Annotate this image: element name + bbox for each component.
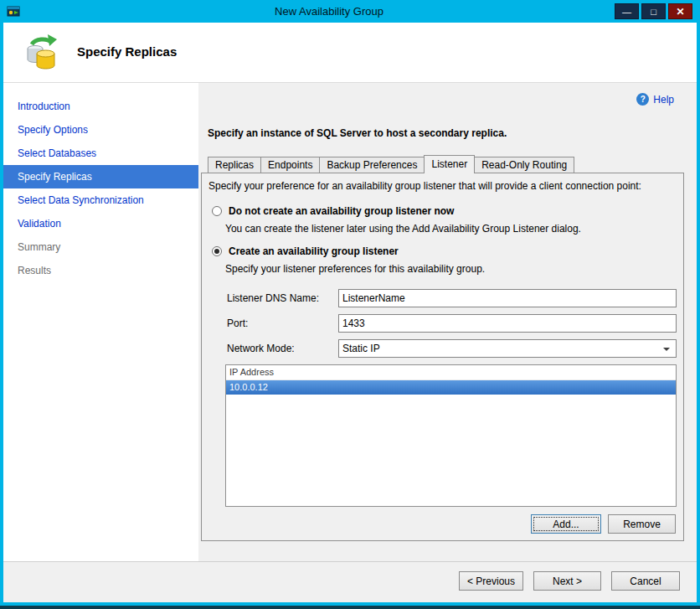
option-create-listener-label: Create an availability group listener <box>229 245 399 257</box>
sidebar-item-specify-replicas[interactable]: Specify Replicas <box>3 165 198 188</box>
titlebar[interactable]: New Availability Group — □ ✕ <box>0 0 700 23</box>
sidebar-item-select-data-synchronization[interactable]: Select Data Synchronization <box>3 188 198 212</box>
sidebar-item-introduction[interactable]: Introduction <box>3 95 198 118</box>
port-field[interactable] <box>338 314 677 333</box>
window-controls: — □ ✕ <box>615 3 692 19</box>
help-label: Help <box>653 94 674 106</box>
remove-button[interactable]: Remove <box>608 514 676 534</box>
port-label: Port: <box>227 317 248 329</box>
sidebar-item-results: Results <box>3 259 198 282</box>
close-icon[interactable]: ✕ <box>668 3 692 19</box>
dns-name-label: Listener DNS Name: <box>227 292 319 304</box>
tab-listener[interactable]: Listener <box>424 155 475 173</box>
dialog-body: Specify Replicas Introduction Specify Op… <box>3 23 697 602</box>
tab-endpoints[interactable]: Endpoints <box>260 157 320 173</box>
network-mode-dropdown[interactable]: Static IP <box>338 339 677 358</box>
radio-no-listener[interactable] <box>212 206 222 216</box>
radio-create-listener[interactable] <box>212 246 222 256</box>
tab-backup-preferences[interactable]: Backup Preferences <box>319 157 425 173</box>
availability-group-icon <box>22 33 64 76</box>
instruction-text: Specify an instance of SQL Server to hos… <box>208 127 507 139</box>
minimize-icon[interactable]: — <box>615 3 639 19</box>
ip-address-list[interactable]: IP Address 10.0.0.12 <box>225 364 677 507</box>
ip-address-row[interactable]: 10.0.0.12 <box>226 380 676 395</box>
page-title: Specify Replicas <box>77 44 177 59</box>
window-title: New Availability Group <box>50 0 608 23</box>
wizard-banner: Specify Replicas <box>3 23 697 83</box>
listener-tab-panel: Specify your preference for an availabil… <box>201 173 684 541</box>
sidebar-item-validation[interactable]: Validation <box>3 212 198 235</box>
cancel-button[interactable]: Cancel <box>611 571 680 591</box>
maximize-icon[interactable]: □ <box>641 3 666 19</box>
listener-intro-text: Specify your preference for an availabil… <box>208 180 678 192</box>
wizard-steps: Introduction Specify Options Select Data… <box>3 83 198 561</box>
option-create-listener-description: Specify your listener preferences for th… <box>225 263 485 275</box>
network-mode-value: Static IP <box>342 343 380 354</box>
next-button[interactable]: Next > <box>533 571 601 591</box>
help-icon: ? <box>636 93 649 106</box>
dialog-window: New Availability Group — □ ✕ Specify Rep… <box>0 0 700 609</box>
option-no-listener-description: You can create the listener later using … <box>225 223 581 235</box>
add-button[interactable]: Add... <box>531 514 601 534</box>
sidebar-item-select-databases[interactable]: Select Databases <box>3 142 198 165</box>
network-mode-label: Network Mode: <box>227 343 295 354</box>
tab-read-only-routing[interactable]: Read-Only Routing <box>474 157 574 173</box>
sidebar-item-specify-options[interactable]: Specify Options <box>3 118 198 142</box>
option-create-listener[interactable]: Create an availability group listener <box>212 245 399 257</box>
tab-replicas[interactable]: Replicas <box>208 157 261 173</box>
previous-button[interactable]: < Previous <box>459 571 523 591</box>
option-no-listener-label: Do not create an availability group list… <box>229 205 454 217</box>
app-icon <box>7 4 20 18</box>
help-link[interactable]: ? Help <box>636 93 674 106</box>
footer-bar: < Previous Next > Cancel <box>3 561 697 602</box>
option-no-listener[interactable]: Do not create an availability group list… <box>212 205 454 217</box>
sidebar-item-summary: Summary <box>3 235 198 259</box>
ip-address-column-header[interactable]: IP Address <box>226 365 676 380</box>
dns-name-field[interactable] <box>338 289 677 307</box>
content-pane: ? Help Specify an instance of SQL Server… <box>198 83 697 561</box>
main-area: Introduction Specify Options Select Data… <box>3 83 697 561</box>
tab-strip: Replicas Endpoints Backup Preferences Li… <box>208 155 574 173</box>
